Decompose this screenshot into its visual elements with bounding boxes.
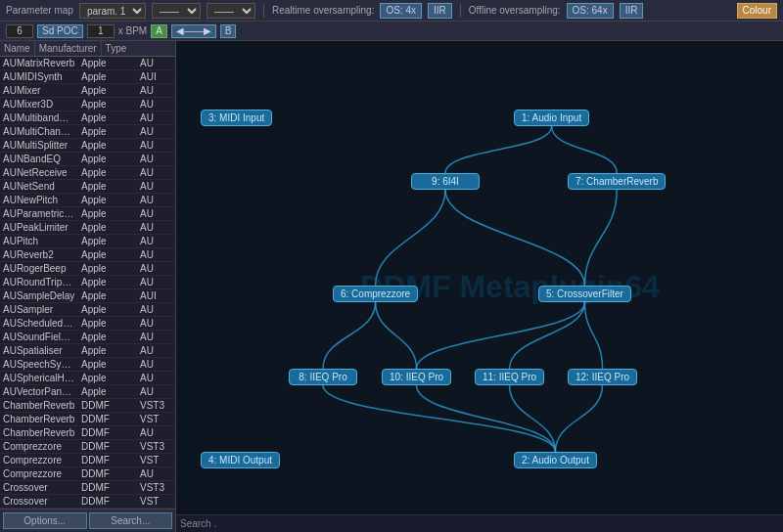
btn-b[interactable]: B — [220, 24, 237, 38]
plugin-row[interactable]: ComprezzoreDDMFVST — [0, 454, 175, 467]
plugin-node-s6i4[interactable]: 9: 6I4I — [411, 173, 480, 190]
divider2 — [460, 4, 461, 18]
plugin-row[interactable]: ChamberReverbDDMFAU — [0, 426, 175, 440]
plugin-node-audio_out[interactable]: 2: Audio Output — [514, 452, 597, 468]
val1-input[interactable] — [6, 24, 33, 38]
plugin-row[interactable]: AUPitchAppleAU — [0, 235, 175, 248]
plugin-row[interactable]: AUMultibandCompr...AppleAU — [0, 111, 175, 125]
plugin-row[interactable]: AUSpeechSynthesisAppleAU — [0, 358, 175, 372]
plugin-row[interactable]: AUSampleDelayAppleAUI — [0, 289, 175, 303]
plugin-row[interactable]: AUParametricEQAppleAU — [0, 207, 175, 221]
plugin-list-header: Name Manufacturer Type — [0, 41, 175, 57]
plugin-row[interactable]: AUSphericalHeadPan...AppleAU — [0, 372, 175, 385]
plugin-row[interactable]: AUReverb2AppleAU — [0, 248, 175, 262]
plugin-row[interactable]: AUSoundFieldPann...AppleAU — [0, 331, 175, 344]
iir1-btn[interactable]: IIR — [428, 3, 452, 19]
plugin-row[interactable]: AUScheduledSndFi...AppleAU — [0, 317, 175, 331]
iir2-btn[interactable]: IIR — [620, 3, 644, 19]
plugin-row[interactable]: AUMixer3DAppleAU — [0, 98, 175, 111]
col-mfr[interactable]: Manufacturer — [35, 41, 102, 56]
realtime-label: Realtime oversampling: — [272, 5, 375, 16]
main-area: Name Manufacturer Type AUMatrixReverbApp… — [0, 41, 783, 532]
offline-btn[interactable]: OS: 64x — [567, 3, 614, 19]
sdpoc-btn[interactable]: Sd POC — [37, 24, 83, 38]
plugin-row[interactable]: AUMultiChannelMixerAppleAU — [0, 125, 175, 139]
plugin-list: AUMatrixReverbAppleAUAUMIDISynthAppleAUI… — [0, 57, 175, 509]
param-map-label: Parameter map — [6, 5, 73, 16]
plugin-row[interactable]: AUMultiSplitterAppleAU — [0, 139, 175, 153]
val2-input[interactable] — [87, 24, 115, 38]
plugin-node-ieq12[interactable]: 12: IIEQ Pro — [568, 369, 637, 385]
plugin-node-ieq8[interactable]: 8: IIEQ Pro — [289, 369, 357, 385]
plugin-node-audio_in[interactable]: 1: Audio Input — [514, 110, 589, 126]
plugin-row[interactable]: AURogerBeepAppleAU — [0, 262, 175, 276]
plugin-node-midi_out[interactable]: 4: MIDI Output — [201, 452, 280, 468]
btn-a[interactable]: A — [151, 24, 167, 38]
plugin-row[interactable]: ChamberReverbDDMFVST3 — [0, 399, 175, 413]
plugin-graph-canvas: DDMF Metaplugin64 Search . 3: MIDI Input… — [176, 41, 783, 532]
realtime-btn[interactable]: OS: 4x — [380, 3, 422, 19]
plugin-row[interactable]: AUNBandEQAppleAU — [0, 153, 175, 166]
plugin-row[interactable]: AUMIDISynthAppleAUI — [0, 70, 175, 84]
plugin-node-chamber[interactable]: 7: ChamberReverb — [568, 173, 666, 190]
plugin-panel: Name Manufacturer Type AUMatrixReverbApp… — [0, 41, 176, 532]
plugin-row[interactable]: AUMatrixReverbAppleAU — [0, 57, 175, 70]
plugin-row[interactable]: CrossoverDDMFVST — [0, 495, 175, 509]
plugin-row[interactable]: ChamberReverbDDMFVST — [0, 413, 175, 426]
plugin-node-crossover[interactable]: 5: CrossoverFilter — [538, 286, 631, 302]
col-name[interactable]: Name — [0, 41, 35, 56]
param-dropdown2[interactable]: —— — [152, 3, 201, 19]
plugin-row[interactable]: AUVectorPannerAppleAU — [0, 385, 175, 399]
plugin-row[interactable]: AUNetSendAppleAU — [0, 180, 175, 194]
options-button[interactable]: Options... — [3, 512, 87, 529]
search-status-text: Search . — [180, 518, 216, 529]
param-dropdown3[interactable]: —— — [207, 3, 255, 19]
plugin-panel-footer: Options... Search... — [0, 509, 175, 532]
plugin-row[interactable]: AURoundTripAACAppleAU — [0, 276, 175, 289]
canvas-statusbar: Search . — [176, 514, 783, 532]
offline-label: Offline oversampling: — [469, 5, 561, 16]
divider1 — [263, 4, 264, 18]
plugin-node-ieq11[interactable]: 11: IIEQ Pro — [475, 369, 544, 385]
plugin-row[interactable]: ComprezzoreDDMFAU — [0, 467, 175, 481]
plugin-row[interactable]: AUSamplerAppleAU — [0, 303, 175, 317]
plugin-row[interactable]: AUPeakLimiterAppleAU — [0, 221, 175, 235]
param-map-dropdown[interactable]: param. 1 — [79, 3, 146, 19]
bpm-label: x BPM — [118, 25, 147, 36]
plugin-node-ieq10[interactable]: 10: IIEQ Pro — [382, 369, 451, 385]
plugin-row[interactable]: CrossoverDDMFVST3 — [0, 481, 175, 495]
btn-arrow[interactable]: ◀——▶ — [171, 24, 216, 38]
col-type[interactable]: Type — [102, 41, 131, 56]
plugin-row[interactable]: AUNewPitchAppleAU — [0, 194, 175, 207]
plugin-node-comprezzore[interactable]: 6: Comprezzore — [333, 286, 418, 302]
plugin-node-midi_in[interactable]: 3: MIDI Input — [201, 110, 272, 126]
colour-btn[interactable]: Colour — [737, 3, 777, 19]
plugin-row[interactable]: AUSpatialiserAppleAU — [0, 344, 175, 358]
main-toolbar: Parameter map param. 1 —— —— Realtime ov… — [0, 0, 783, 22]
plugin-row[interactable]: AUMixerAppleAU — [0, 84, 175, 98]
plugin-row[interactable]: ComprezzoreDDMFVST3 — [0, 440, 175, 454]
plugin-row[interactable]: AUNetReceiveAppleAU — [0, 166, 175, 180]
secondary-toolbar: Sd POC x BPM A ◀——▶ B — [0, 22, 783, 41]
search-button[interactable]: Search... — [89, 512, 173, 529]
